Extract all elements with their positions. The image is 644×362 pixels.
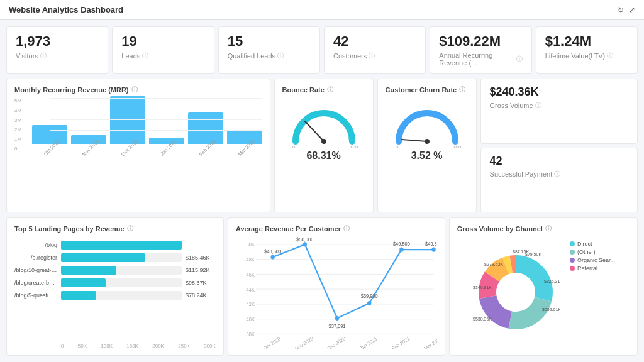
svg-text:$37,891: $37,891 [328,323,345,329]
svg-line-0 [305,121,324,141]
info-icon[interactable]: ⓘ [40,52,47,60]
svg-text:$39,900: $39,900 [361,293,378,299]
donut-container: $826.31K $692.01K $530.36K $340.91K $278… [457,237,630,349]
landing-pages-chart: /blog /bi/register $185.46K /blog/10-gre… [14,241,216,341]
legend-dot-other [570,250,575,255]
kpi-qualified-leads-value: 15 [228,33,311,50]
svg-text:Oct 2020: Oct 2020 [262,336,282,349]
svg-text:42K: 42K [247,302,255,307]
kpi-gross-volume: $240.36K Gross Volume ⓘ [480,79,638,143]
churn-gauge-svg: 0 100 [392,104,462,148]
bounce-gauge: 0 100 68.31% [282,98,365,167]
svg-text:$49,500: $49,500 [393,241,410,247]
svg-text:Feb 2021: Feb 2021 [391,336,410,349]
donut-legend: Direct (Other) Organic Sear... Referral [564,241,615,272]
kpi-visitors-label: Visitors ⓘ [16,52,99,60]
svg-text:$826.31K: $826.31K [544,279,560,283]
svg-text:100: 100 [453,145,462,148]
info-icon-br[interactable]: ⓘ [327,85,333,94]
svg-point-1 [321,139,326,144]
svg-text:$48,500: $48,500 [264,249,281,255]
svg-point-5 [425,139,430,144]
refresh-icon[interactable]: ↻ [618,6,624,14]
svg-text:38K: 38K [247,331,255,337]
hbar-register: /bi/register $185.46K [14,253,216,262]
info-icon-ltv[interactable]: ⓘ [607,52,613,60]
header-actions: ↻ ⤢ [618,6,635,14]
churn-rate-value: 3.52 % [411,150,443,162]
bottom-row: Top 5 Landing Pages by Revenue ⓘ /blog /… [6,217,638,356]
svg-point-27 [431,248,435,252]
landing-x-axis: 050K100K150K200K250K300K [14,343,216,349]
kpi-visitors-value: 1,973 [16,33,99,50]
avg-revenue-title: Average Revenue Per Customer ⓘ [236,224,437,233]
kpi-customers: 42 Customers ⓘ [324,26,426,74]
info-icon-ql[interactable]: ⓘ [277,52,284,60]
kpi-customers-value: 42 [333,33,416,50]
svg-point-26 [399,248,403,252]
legend-organic: Organic Sear... [570,257,615,263]
kpi-gross-volume-value: $240.36K [490,85,628,99]
info-icon-arr[interactable]: ⓘ [516,55,523,63]
svg-text:Mar 2021: Mar 2021 [423,336,437,349]
kpi-successful-payment: 42 Successful Payment ⓘ [480,148,638,212]
svg-point-47 [497,273,535,311]
mrr-chart: 5M4M3M2M1M0 Oct 2020 Nov 2 [14,98,262,167]
bounce-rate-value: 68.31% [306,150,340,162]
gauge-group: Bounce Rate ⓘ 0 100 68.31% [274,79,477,212]
kpi-qualified-leads-label: Qualified Leads ⓘ [228,52,311,60]
svg-text:$340.91K: $340.91K [473,285,492,290]
expand-icon[interactable]: ⤢ [629,6,635,14]
right-kpi-group: $240.36K Gross Volume ⓘ 42 Successful Pa… [480,79,638,212]
mrr-panel: Monthly Recurring Revenue (MRR) ⓘ 5M4M3M… [6,79,270,212]
hbar-5question: /blog/5-question... $78.24K [14,291,216,300]
bounce-rate-panel: Bounce Rate ⓘ 0 100 68.31% [274,79,374,212]
svg-text:$49,500: $49,500 [425,241,437,247]
legend-dot-organic [570,258,575,263]
svg-point-22 [270,255,274,259]
avg-revenue-chart: 50K 48K 46K 44K 42K 40K 38K [236,237,437,349]
kpi-leads: 19 Leads ⓘ [112,26,214,74]
avg-revenue-panel: Average Revenue Per Customer ⓘ 50K 48K 4… [228,217,445,356]
hbar-blog: /blog [14,241,216,250]
svg-point-24 [335,316,339,321]
bounce-gauge-svg: 0 100 [289,104,358,148]
kpi-arr-label: Annual Recurring Revenue (... ⓘ [439,52,522,67]
legend-label-direct: Direct [577,241,592,247]
donut-svg-container: $826.31K $692.01K $530.36K $340.91K $278… [472,248,560,338]
kpi-arr-value: $109.22M [439,33,522,50]
info-icon-cr[interactable]: ⓘ [459,85,465,94]
kpi-customers-label: Customers ⓘ [333,52,416,60]
churn-rate-title: Customer Churn Rate ⓘ [386,85,469,94]
kpi-row-1: 1,973 Visitors ⓘ 19 Leads ⓘ 15 Qualified… [6,26,638,74]
churn-rate-panel: Customer Churn Rate ⓘ 0 100 3.52 % [377,79,477,212]
svg-point-23 [303,242,307,246]
info-icon-ar[interactable]: ⓘ [343,224,350,233]
info-icon-cust[interactable]: ⓘ [369,52,375,60]
svg-text:0: 0 [292,145,296,148]
svg-text:$530.36K: $530.36K [473,317,492,321]
svg-text:$50,000: $50,000 [296,237,313,243]
info-icon-leads[interactable]: ⓘ [142,52,148,60]
legend-label-other: (Other) [577,249,596,255]
kpi-leads-label: Leads ⓘ [121,52,204,60]
hbar-createbus: /blog/create-bus... $98.37K [14,278,216,287]
kpi-leads-value: 19 [121,33,204,50]
landing-pages-title: Top 5 Landing Pages by Revenue ⓘ [14,224,216,233]
info-icon-gv[interactable]: ⓘ [535,101,541,110]
info-icon-lp[interactable]: ⓘ [127,224,133,233]
svg-text:Nov 2020: Nov 2020 [294,336,314,349]
svg-text:100: 100 [350,145,358,148]
churn-gauge: 0 100 3.52 % [386,98,469,167]
line-chart-svg: 50K 48K 46K 44K 42K 40K 38K [236,237,437,349]
kpi-gross-volume-label: Gross Volume ⓘ [490,101,628,110]
info-icon-gvc[interactable]: ⓘ [545,224,552,233]
kpi-visitors: 1,973 Visitors ⓘ [6,26,108,74]
info-icon-sp[interactable]: ⓘ [554,170,560,178]
bounce-rate-title: Bounce Rate ⓘ [282,85,365,94]
svg-text:$278.63K: $278.63K [484,262,503,266]
info-icon-mrr[interactable]: ⓘ [131,85,138,94]
svg-text:50K: 50K [247,242,255,248]
mrr-y-axis: 5M4M3M2M1M0 [14,98,21,151]
legend-label-referral: Referral [577,265,597,272]
